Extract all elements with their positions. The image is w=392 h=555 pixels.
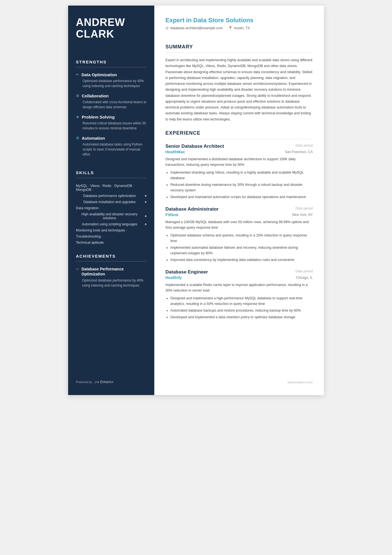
experience-section: EXPERIENCE Senior Database Architect Dat… [165, 130, 313, 327]
strengths-divider [76, 67, 147, 67]
job-1-bullet-1: Implemented automated database failover … [170, 245, 313, 256]
wrench-icon: ✏ [76, 72, 79, 77]
contact-email: @ database.architect@example.com [165, 26, 223, 30]
skill-inline: MySQL · Vitess · Redis · DynamoDB · Mong… [76, 183, 147, 193]
job-1-bullets: Optimized database schema and queries, r… [165, 233, 313, 263]
job-0-summary: Designed and implemented a distributed d… [165, 156, 313, 167]
header-contact: @ database.architect@example.com 📍 Austi… [165, 26, 313, 30]
summary-section: SUMMARY Expert in architecting and imple… [165, 44, 313, 122]
job-2: Database Engineer Date period Healthify … [165, 269, 313, 320]
candidate-name: ANDREW CLARK [76, 17, 147, 40]
skill-label-3: High availability and disaster recovery … [76, 212, 143, 220]
skill-label-1: Database installation and upgrades [76, 200, 143, 204]
job-1-company: FitNow [165, 213, 178, 217]
achievements-divider [76, 261, 147, 262]
strength-collaboration: ⚙ Collaboration Collaborated with cross-… [76, 93, 147, 110]
strength-data-optimization: ✏ Data Optimization Optimized database p… [76, 72, 147, 88]
strength-desc-1: Collaborated with cross-functional teams… [76, 100, 147, 110]
job-1-summary: Managed a 100GB MySQL database with over… [165, 219, 313, 230]
skills-list: MySQL · Vitess · Redis · DynamoDB · Mong… [76, 183, 147, 245]
job-1-bullet-0: Optimized database schema and queries, r… [170, 233, 313, 244]
main-footer: www.enhancv.com [165, 375, 313, 384]
skill-db-perf: Database performance optimization [76, 193, 147, 199]
location-icon: 📍 [228, 26, 232, 30]
job-1-title: Database Administrator [165, 206, 219, 212]
strength-desc-3: Automated database tasks using Python sc… [76, 142, 147, 157]
job-1-date: Date period [296, 206, 313, 210]
achievement-title-0: Database Performance Optimization [81, 267, 147, 277]
skill-dot-0 [145, 195, 147, 197]
trophy-icon: ☆ [76, 267, 79, 271]
resume-container: ANDREW CLARK STRENGTHS ✏ Data Optimizati… [68, 6, 324, 395]
skills-section-title: SKILLS [76, 170, 147, 175]
job-1: Database Administrator Date period FitNo… [165, 206, 313, 263]
job-0: Senior Database Architect Date period He… [165, 144, 313, 200]
job-2-bullet-1: Automated database backups and restore p… [170, 308, 313, 313]
sidebar-footer: Powered by ◇∨ Enhancv [76, 372, 147, 384]
skill-migration: Data migration · [76, 205, 147, 211]
job-0-title: Senior Database Architect [165, 144, 224, 149]
job-2-summary: Implemented a scalable Redis cache layer… [165, 282, 313, 293]
job-0-bullet-1: Reduced downtime during maintenance by 3… [170, 182, 313, 193]
star-icon: ★ [76, 115, 80, 119]
job-1-bullet-2: Improved data consistency by implementin… [170, 257, 313, 263]
job-0-bullet-0: Implemented sharding using Vitess, resul… [170, 170, 313, 181]
strength-automation: ⚙ Automation Automated database tasks us… [76, 136, 147, 157]
strength-problem-solving: ★ Problem Solving Resolved critical data… [76, 115, 147, 131]
summary-title: SUMMARY [165, 44, 313, 50]
skill-ha: High availability and disaster recovery … [76, 211, 147, 221]
job-0-company: HealthMax [165, 150, 185, 154]
collaboration-icon: ⚙ [76, 93, 80, 98]
skill-automation: Automation using scripting languages [76, 221, 147, 227]
enhancv-logo: ◇∨ Enhancv [94, 380, 113, 384]
job-2-bullet-2: Developed and implemented a data retenti… [170, 314, 313, 320]
skills-divider [76, 178, 147, 178]
skill-db-install: Database installation and upgrades [76, 199, 147, 205]
job-2-date: Date period [296, 269, 313, 273]
powered-by-label: Powered by [76, 380, 92, 384]
strength-title-0: Data Optimization [81, 72, 117, 77]
skill-monitoring: Monitoring tools and techniques · [76, 228, 147, 233]
achievements-section-title: ACHIEVEMENTS [76, 254, 147, 258]
contact-location: 📍 Austin, TX [228, 26, 250, 30]
email-value: database.architect@example.com [170, 26, 223, 30]
experience-divider [165, 139, 313, 139]
strength-title-3: Automation [82, 136, 105, 140]
skill-technical: Technical aptitude [76, 240, 147, 245]
job-1-location: New York, NY [292, 213, 313, 217]
strength-title-1: Collaboration [82, 93, 109, 98]
achievement-0: ☆ Database Performance Optimization Opti… [76, 267, 147, 288]
strength-title-2: Problem Solving [82, 115, 115, 119]
job-2-location: Chicago, IL [296, 276, 313, 280]
achievement-desc-0: Optimized database performance by 40% us… [76, 278, 147, 288]
job-0-bullet-2: Developed and maintained automation scri… [170, 194, 313, 200]
experience-title: EXPERIENCE [165, 130, 313, 136]
skill-label-4: Automation using scripting languages [76, 222, 143, 226]
job-2-company: Healthify [165, 275, 182, 280]
main-content: Expert in Data Store Solutions @ databas… [154, 6, 324, 395]
skill-dot-3 [145, 215, 147, 217]
skill-dot-4 [145, 223, 147, 225]
email-icon: @ [165, 26, 169, 30]
strength-desc-0: Optimized database performance by 40% us… [76, 78, 147, 88]
job-2-bullet-0: Designed and implemented a high-performa… [170, 295, 313, 307]
location-value: Austin, TX [234, 26, 250, 30]
strengths-section-title: STRENGTHS [76, 60, 147, 64]
job-0-location: San Francisco, CA [285, 150, 313, 154]
skill-dot-1 [145, 201, 147, 203]
strength-desc-2: Resolved critical database issues within… [76, 121, 147, 131]
skill-troubleshooting: Troubleshooting · [76, 234, 147, 239]
summary-divider [165, 53, 313, 53]
job-2-bullets: Designed and implemented a high-performa… [165, 295, 313, 320]
job-0-date: Date period [296, 144, 313, 147]
footer-url: www.enhancv.com [287, 381, 313, 384]
skill-label-0: Database performance optimization [76, 194, 143, 198]
header-section: Expert in Data Store Solutions @ databas… [165, 17, 313, 36]
sidebar: ANDREW CLARK STRENGTHS ✏ Data Optimizati… [68, 6, 154, 395]
job-2-title: Database Engineer [165, 269, 208, 275]
automation-icon: ⚙ [76, 136, 80, 140]
summary-text: Expert in architecting and implementing … [165, 57, 313, 122]
job-0-bullets: Implemented sharding using Vitess, resul… [165, 170, 313, 200]
header-title: Expert in Data Store Solutions [165, 17, 313, 24]
